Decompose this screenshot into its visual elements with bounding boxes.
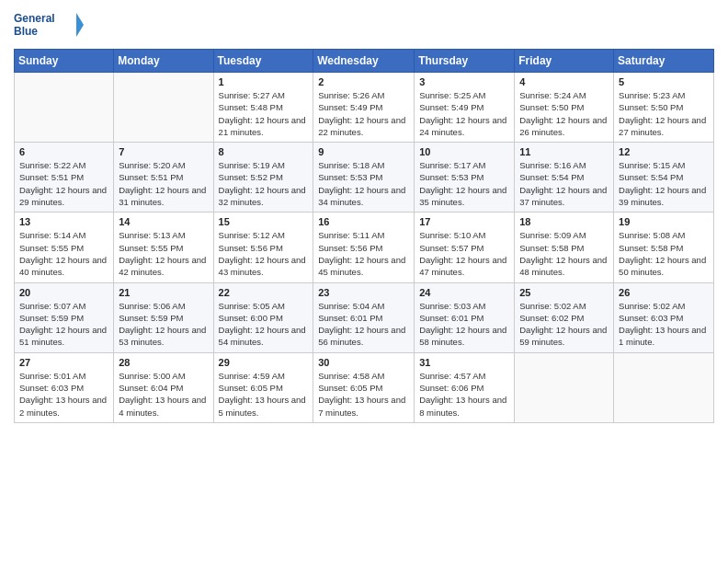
calendar-day-cell: 20Sunrise: 5:07 AM Sunset: 5:59 PM Dayli…	[15, 282, 114, 352]
calendar-day-cell: 2Sunrise: 5:26 AM Sunset: 5:49 PM Daylig…	[313, 73, 415, 143]
day-number: 11	[519, 146, 609, 157]
day-info: Sunrise: 5:26 AM Sunset: 5:49 PM Dayligh…	[318, 89, 409, 138]
svg-marker-2	[76, 13, 84, 37]
day-number: 27	[19, 357, 108, 368]
weekday-header-row: SundayMondayTuesdayWednesdayThursdayFrid…	[15, 50, 714, 73]
day-info: Sunrise: 5:06 AM Sunset: 5:59 PM Dayligh…	[119, 300, 208, 349]
day-info: Sunrise: 5:04 AM Sunset: 6:01 PM Dayligh…	[318, 300, 409, 349]
calendar-day-cell	[515, 352, 614, 422]
page: General Blue SundayMondayTuesdayWednesda…	[0, 0, 728, 563]
calendar-day-cell: 6Sunrise: 5:22 AM Sunset: 5:51 PM Daylig…	[15, 143, 114, 213]
calendar-day-cell: 31Sunrise: 4:57 AM Sunset: 6:06 PM Dayli…	[415, 352, 515, 422]
logo: General Blue	[14, 9, 87, 41]
day-info: Sunrise: 5:15 AM Sunset: 5:54 PM Dayligh…	[619, 159, 709, 208]
day-number: 25	[519, 287, 609, 298]
day-info: Sunrise: 5:03 AM Sunset: 6:01 PM Dayligh…	[419, 300, 509, 349]
day-number: 5	[619, 76, 709, 87]
day-number: 8	[219, 146, 309, 157]
day-info: Sunrise: 5:07 AM Sunset: 5:59 PM Dayligh…	[19, 300, 108, 349]
day-number: 29	[219, 357, 309, 368]
calendar-day-cell	[114, 73, 213, 143]
day-number: 10	[419, 146, 509, 157]
day-number: 31	[419, 357, 509, 368]
day-number: 12	[619, 146, 709, 157]
calendar-day-cell: 30Sunrise: 4:58 AM Sunset: 6:05 PM Dayli…	[313, 352, 415, 422]
day-number: 2	[318, 76, 409, 87]
calendar-day-cell: 14Sunrise: 5:13 AM Sunset: 5:55 PM Dayli…	[114, 213, 213, 282]
calendar-day-cell: 7Sunrise: 5:20 AM Sunset: 5:51 PM Daylig…	[114, 143, 213, 213]
day-number: 26	[619, 287, 709, 298]
day-number: 4	[519, 76, 609, 87]
logo-svg: General Blue	[14, 9, 87, 41]
calendar-day-cell: 8Sunrise: 5:19 AM Sunset: 5:52 PM Daylig…	[213, 143, 313, 213]
weekday-header: Tuesday	[213, 50, 313, 73]
day-number: 14	[119, 216, 208, 227]
weekday-header: Wednesday	[313, 50, 415, 73]
svg-text:Blue: Blue	[14, 25, 38, 38]
day-info: Sunrise: 5:10 AM Sunset: 5:57 PM Dayligh…	[419, 229, 509, 278]
calendar-day-cell: 23Sunrise: 5:04 AM Sunset: 6:01 PM Dayli…	[313, 282, 415, 352]
day-number: 21	[119, 287, 208, 298]
day-info: Sunrise: 5:09 AM Sunset: 5:58 PM Dayligh…	[519, 229, 609, 278]
calendar-day-cell: 25Sunrise: 5:02 AM Sunset: 6:02 PM Dayli…	[515, 282, 614, 352]
calendar-week-row: 6Sunrise: 5:22 AM Sunset: 5:51 PM Daylig…	[15, 143, 714, 213]
calendar-day-cell: 4Sunrise: 5:24 AM Sunset: 5:50 PM Daylig…	[515, 73, 614, 143]
day-number: 17	[419, 216, 509, 227]
day-number: 30	[318, 357, 409, 368]
day-info: Sunrise: 5:02 AM Sunset: 6:03 PM Dayligh…	[619, 300, 709, 349]
calendar-day-cell: 18Sunrise: 5:09 AM Sunset: 5:58 PM Dayli…	[515, 213, 614, 282]
calendar-day-cell: 3Sunrise: 5:25 AM Sunset: 5:49 PM Daylig…	[415, 73, 515, 143]
day-info: Sunrise: 5:08 AM Sunset: 5:58 PM Dayligh…	[619, 229, 709, 278]
day-info: Sunrise: 5:20 AM Sunset: 5:51 PM Dayligh…	[119, 159, 208, 208]
day-number: 22	[219, 287, 309, 298]
svg-text:General: General	[14, 12, 55, 25]
day-info: Sunrise: 5:02 AM Sunset: 6:02 PM Dayligh…	[519, 300, 609, 349]
weekday-header: Saturday	[614, 50, 714, 73]
weekday-header: Monday	[114, 50, 213, 73]
calendar-day-cell: 1Sunrise: 5:27 AM Sunset: 5:48 PM Daylig…	[213, 73, 313, 143]
day-info: Sunrise: 5:13 AM Sunset: 5:55 PM Dayligh…	[119, 229, 208, 278]
calendar-day-cell: 12Sunrise: 5:15 AM Sunset: 5:54 PM Dayli…	[614, 143, 714, 213]
calendar-day-cell: 10Sunrise: 5:17 AM Sunset: 5:53 PM Dayli…	[415, 143, 515, 213]
calendar-day-cell	[15, 73, 114, 143]
calendar-day-cell: 28Sunrise: 5:00 AM Sunset: 6:04 PM Dayli…	[114, 352, 213, 422]
day-number: 3	[419, 76, 509, 87]
calendar-day-cell: 5Sunrise: 5:23 AM Sunset: 5:50 PM Daylig…	[614, 73, 714, 143]
day-info: Sunrise: 4:58 AM Sunset: 6:05 PM Dayligh…	[318, 370, 409, 419]
day-number: 7	[119, 146, 208, 157]
day-number: 13	[19, 216, 108, 227]
day-number: 6	[19, 146, 108, 157]
calendar-day-cell: 27Sunrise: 5:01 AM Sunset: 6:03 PM Dayli…	[15, 352, 114, 422]
day-info: Sunrise: 5:11 AM Sunset: 5:56 PM Dayligh…	[318, 229, 409, 278]
weekday-header: Friday	[515, 50, 614, 73]
calendar-week-row: 1Sunrise: 5:27 AM Sunset: 5:48 PM Daylig…	[15, 73, 714, 143]
calendar-day-cell: 22Sunrise: 5:05 AM Sunset: 6:00 PM Dayli…	[213, 282, 313, 352]
day-info: Sunrise: 5:00 AM Sunset: 6:04 PM Dayligh…	[119, 370, 208, 419]
day-number: 28	[119, 357, 208, 368]
day-info: Sunrise: 5:27 AM Sunset: 5:48 PM Dayligh…	[219, 89, 309, 138]
day-number: 24	[419, 287, 509, 298]
day-info: Sunrise: 5:18 AM Sunset: 5:53 PM Dayligh…	[318, 159, 409, 208]
day-info: Sunrise: 5:12 AM Sunset: 5:56 PM Dayligh…	[219, 229, 309, 278]
day-info: Sunrise: 5:05 AM Sunset: 6:00 PM Dayligh…	[219, 300, 309, 349]
day-number: 20	[19, 287, 108, 298]
weekday-header: Sunday	[15, 50, 114, 73]
header: General Blue	[14, 9, 714, 41]
calendar-day-cell: 17Sunrise: 5:10 AM Sunset: 5:57 PM Dayli…	[415, 213, 515, 282]
calendar-day-cell: 13Sunrise: 5:14 AM Sunset: 5:55 PM Dayli…	[15, 213, 114, 282]
day-number: 23	[318, 287, 409, 298]
weekday-header: Thursday	[415, 50, 515, 73]
calendar-day-cell: 19Sunrise: 5:08 AM Sunset: 5:58 PM Dayli…	[614, 213, 714, 282]
day-info: Sunrise: 5:25 AM Sunset: 5:49 PM Dayligh…	[419, 89, 509, 138]
calendar-week-row: 13Sunrise: 5:14 AM Sunset: 5:55 PM Dayli…	[15, 213, 714, 282]
day-info: Sunrise: 5:14 AM Sunset: 5:55 PM Dayligh…	[19, 229, 108, 278]
calendar-day-cell: 24Sunrise: 5:03 AM Sunset: 6:01 PM Dayli…	[415, 282, 515, 352]
day-number: 9	[318, 146, 409, 157]
day-info: Sunrise: 4:59 AM Sunset: 6:05 PM Dayligh…	[219, 370, 309, 419]
calendar-day-cell: 9Sunrise: 5:18 AM Sunset: 5:53 PM Daylig…	[313, 143, 415, 213]
day-number: 19	[619, 216, 709, 227]
day-info: Sunrise: 5:19 AM Sunset: 5:52 PM Dayligh…	[219, 159, 309, 208]
day-info: Sunrise: 4:57 AM Sunset: 6:06 PM Dayligh…	[419, 370, 509, 419]
day-info: Sunrise: 5:17 AM Sunset: 5:53 PM Dayligh…	[419, 159, 509, 208]
calendar-table: SundayMondayTuesdayWednesdayThursdayFrid…	[14, 49, 714, 423]
